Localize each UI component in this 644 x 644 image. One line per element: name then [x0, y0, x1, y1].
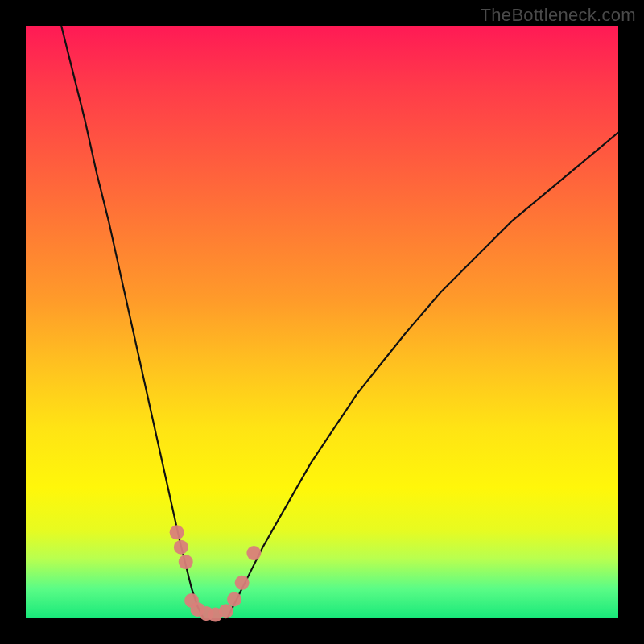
curve-layer — [26, 26, 618, 618]
chart-frame: TheBottleneck.com — [0, 0, 644, 644]
curve-right-arm — [227, 132, 618, 618]
marker-dot — [174, 540, 188, 555]
marker-dot — [235, 576, 250, 590]
marker-dot — [170, 525, 184, 539]
marker-group — [170, 525, 262, 621]
marker-dot — [227, 592, 242, 606]
watermark-text: TheBottleneck.com — [481, 5, 636, 26]
marker-dot — [179, 555, 193, 569]
marker-dot — [219, 604, 233, 618]
marker-dot — [246, 546, 261, 560]
plot-area — [26, 26, 618, 618]
